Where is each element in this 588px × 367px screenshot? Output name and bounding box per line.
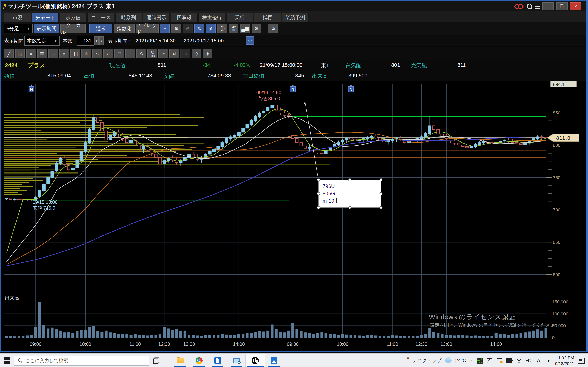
tab-2[interactable]: 歩み値 bbox=[60, 13, 86, 22]
wrench-icon[interactable]: ⚙ bbox=[251, 24, 261, 33]
count-up-button[interactable]: ▲ bbox=[99, 36, 104, 45]
selection-handle[interactable] bbox=[348, 206, 351, 209]
toolbar-button-3[interactable]: 指数化 bbox=[113, 24, 135, 33]
tab-7[interactable]: 株主優待 bbox=[199, 13, 225, 22]
count-input[interactable]: 131 bbox=[77, 36, 94, 46]
selection-handle[interactable] bbox=[317, 192, 320, 195]
horizontal-lines3-tool[interactable]: ≡ bbox=[26, 49, 36, 58]
document-app-icon[interactable] bbox=[208, 354, 227, 367]
ellipse-tool[interactable]: ○ bbox=[103, 49, 113, 58]
selection-handle[interactable] bbox=[380, 206, 382, 209]
tab-3[interactable]: ニュース bbox=[87, 13, 114, 22]
tab-1[interactable]: チャート bbox=[32, 13, 59, 22]
horizontal-segment-tool[interactable]: ─ bbox=[125, 49, 135, 58]
news-marker[interactable]: N bbox=[29, 84, 34, 92]
toolbar-button-0[interactable]: 表示期間 bbox=[34, 24, 59, 33]
pentagon-tool[interactable]: ⌂ bbox=[92, 49, 102, 58]
screen: マルチツール(個別銘柄) 2424 プラス 東1 1 — ❐ ✕ 市況チャート歩… bbox=[0, 0, 588, 367]
photos-icon[interactable] bbox=[265, 354, 283, 367]
volume-icon[interactable] bbox=[526, 358, 532, 364]
horizontal-lines4-tool[interactable]: ≣ bbox=[37, 49, 47, 58]
maximize-button[interactable]: ❐ bbox=[556, 2, 568, 10]
fibonacci-arc-tool[interactable]: ∩ bbox=[48, 49, 58, 58]
wifi-icon[interactable] bbox=[516, 358, 522, 364]
eraser-tool[interactable]: ◇ bbox=[191, 49, 201, 58]
area-chart-icon[interactable]: ▄▆ bbox=[240, 24, 250, 33]
menu-icon[interactable] bbox=[535, 4, 540, 9]
toolbar-button-1[interactable]: テクニカル bbox=[61, 24, 86, 33]
hand-tool[interactable]: ☝ bbox=[181, 49, 190, 58]
network-led-icon[interactable] bbox=[477, 358, 483, 364]
selection-handle[interactable] bbox=[317, 179, 320, 181]
clock-marker-tool[interactable]: ◔ bbox=[158, 49, 168, 58]
ime-mode-icon[interactable]: ◑ bbox=[545, 358, 552, 364]
close-button[interactable]: ✕ bbox=[570, 2, 581, 10]
start-button[interactable] bbox=[0, 354, 14, 367]
count-down-button[interactable]: ▼ bbox=[94, 36, 99, 45]
toolbar-button-2[interactable]: 通常 bbox=[89, 24, 112, 33]
interval-select[interactable]: 5分足▼ bbox=[4, 24, 33, 33]
selection-handle[interactable] bbox=[317, 206, 320, 209]
zoom-out-icon[interactable]: ⊖ bbox=[183, 24, 193, 33]
period-mode-select[interactable]: 本数指定▼ bbox=[25, 36, 60, 46]
angle-lines-tool[interactable]: ⋔ bbox=[81, 49, 91, 58]
zoom-in-icon[interactable]: ⊕ bbox=[172, 24, 181, 33]
selection-handle[interactable] bbox=[380, 179, 382, 181]
desktop-toolbar[interactable]: »デスクトップ bbox=[407, 358, 441, 364]
battery-icon[interactable] bbox=[506, 358, 512, 364]
yen-icon[interactable]: ¥ bbox=[206, 24, 216, 33]
tab-10[interactable]: 業績予測 bbox=[282, 13, 309, 22]
trendline-tool[interactable]: ╱ bbox=[4, 49, 14, 58]
text-tool[interactable]: A bbox=[136, 49, 146, 58]
chart-area[interactable]: 850800750700650600150,000100,00050,0000N… bbox=[1, 81, 586, 350]
svg-text:796U: 796U bbox=[323, 183, 335, 189]
copy-tool[interactable]: ⧉ bbox=[169, 49, 179, 58]
link-group-icon[interactable]: 1 bbox=[515, 4, 524, 9]
hidden-icons-chevron[interactable]: ∧ bbox=[470, 358, 473, 363]
parallel-lines-tool[interactable]: ▨ bbox=[15, 49, 25, 58]
search-icon[interactable] bbox=[527, 4, 532, 9]
my-chart-icon[interactable]: MY◫ bbox=[229, 24, 238, 33]
pencil-icon[interactable]: ✎ bbox=[194, 24, 204, 33]
file-explorer-icon[interactable] bbox=[171, 354, 190, 367]
tab-9[interactable]: 指標 bbox=[254, 13, 281, 22]
action-center-icon[interactable] bbox=[578, 358, 585, 364]
minimize-button[interactable]: — bbox=[542, 2, 554, 10]
reset-period-button[interactable]: ↩ bbox=[246, 36, 254, 45]
chrome-icon[interactable] bbox=[190, 354, 208, 367]
rectangle-tool[interactable]: □ bbox=[114, 49, 124, 58]
crosshair-icon[interactable]: + bbox=[160, 24, 170, 33]
trading-app-icon[interactable] bbox=[246, 354, 265, 367]
eraser-all-tool[interactable]: ◈ bbox=[203, 49, 212, 58]
taskbar-search-input[interactable]: ここに入力して検索 bbox=[14, 355, 149, 366]
fan-lines-tool[interactable]: ⫽ bbox=[59, 49, 69, 58]
toolbar-button-4[interactable]: スプレッド bbox=[136, 24, 159, 33]
note-text-box[interactable]: 796U806Gm-10 bbox=[304, 102, 382, 209]
selection-handle[interactable] bbox=[348, 179, 351, 181]
display-share-icon[interactable] bbox=[496, 358, 502, 364]
weather-icon[interactable] bbox=[445, 359, 452, 362]
svg-text:806G: 806G bbox=[323, 191, 335, 196]
range-value: 2021/09/15 14:30 ～ 2021/09/17 15:00 bbox=[136, 38, 224, 44]
tab-4[interactable]: 時系列 bbox=[115, 13, 142, 22]
news-marker[interactable]: N bbox=[290, 84, 295, 92]
svg-text:800: 800 bbox=[553, 143, 561, 148]
remote-viewer-icon[interactable] bbox=[227, 354, 246, 367]
tab-5[interactable]: 適時開示 bbox=[143, 13, 170, 22]
tab-6[interactable]: 四季報 bbox=[171, 13, 198, 22]
selection-handle[interactable] bbox=[380, 192, 382, 195]
quote-field: 前日終値 bbox=[243, 73, 264, 80]
task-view-icon[interactable] bbox=[149, 354, 163, 367]
printer-icon[interactable]: ⎙ bbox=[268, 24, 278, 33]
camera-icon[interactable] bbox=[486, 358, 493, 364]
icon-stamp-tool[interactable]: ☺ICON bbox=[147, 49, 157, 58]
taskbar-clock[interactable]: 1:02 PM 9/18/2021 bbox=[555, 355, 574, 366]
ime-a-icon[interactable]: A bbox=[536, 358, 542, 364]
vertical-lines-tool[interactable]: |||| bbox=[70, 49, 80, 58]
tab-0[interactable]: 市況 bbox=[4, 13, 31, 22]
tab-8[interactable]: 業績 bbox=[226, 13, 253, 22]
clock-time: 1:02 PM bbox=[555, 355, 574, 360]
temperature-label[interactable]: 24°C bbox=[455, 358, 466, 363]
news-marker[interactable]: N bbox=[348, 84, 354, 92]
info-icon[interactable]: ⓘ bbox=[217, 24, 227, 33]
